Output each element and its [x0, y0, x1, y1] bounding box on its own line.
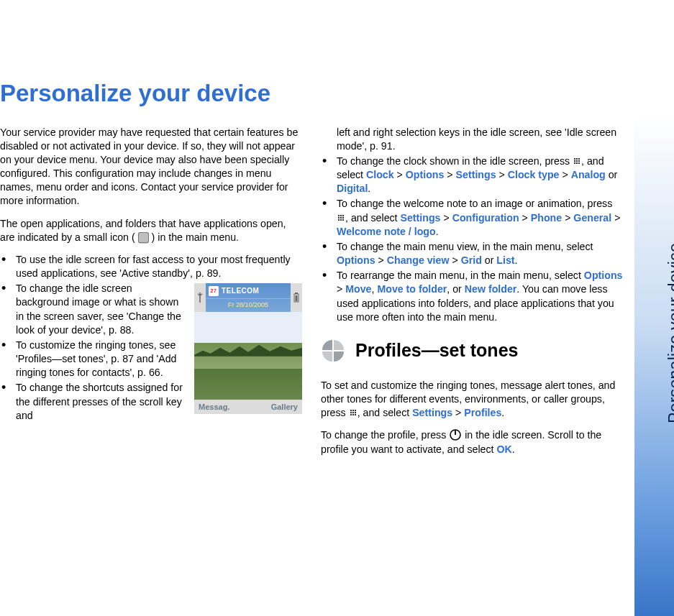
link-profiles: Profiles	[464, 407, 501, 418]
sep: >	[444, 169, 455, 180]
profiles-icon	[321, 339, 345, 363]
list-item: To change the shortcuts assigned for the…	[0, 381, 302, 423]
svg-point-11	[578, 162, 580, 164]
sep: >	[562, 212, 573, 224]
list-item: To change the main menu view, in the mai…	[321, 240, 623, 267]
welcome-pre: To change the welcome note to an image o…	[337, 198, 612, 209]
link-options: Options	[406, 169, 445, 180]
list-item: To rearrange the main menu, in the main …	[321, 269, 623, 324]
bullet-idle-bg: To change the idle screen background ima…	[16, 282, 181, 336]
svg-point-10	[576, 162, 578, 164]
left-column: Your service provider may have requested…	[0, 126, 302, 465]
link-settings: Settings	[412, 407, 452, 418]
sep: >	[611, 212, 620, 224]
svg-point-27	[350, 414, 352, 415]
svg-point-16	[340, 216, 342, 218]
link-move: Move	[345, 283, 371, 295]
sep: >	[337, 283, 345, 295]
link-analog: Analog	[571, 169, 606, 180]
link-settings: Settings	[401, 212, 441, 224]
svg-point-25	[352, 412, 354, 413]
svg-point-28	[352, 414, 354, 415]
link-clock-type: Clock type	[508, 169, 560, 180]
open-apps-paragraph: The open applications, and folders that …	[0, 217, 302, 244]
section-title-profiles: Profiles—set tones	[355, 339, 518, 363]
sep: , or	[447, 283, 464, 295]
intro-paragraph: Your service provider may have requested…	[0, 126, 302, 208]
menu-key-icon	[349, 408, 358, 417]
page-title: Personalize your device	[0, 78, 624, 110]
link-ok: OK	[496, 443, 511, 455]
svg-point-23	[355, 410, 356, 411]
battery-icon	[291, 283, 302, 312]
svg-rect-2	[296, 295, 298, 301]
sep: or	[606, 169, 618, 180]
svg-point-8	[578, 160, 580, 162]
svg-point-21	[350, 410, 352, 411]
change-profile-paragraph: To change the profile, press in the idle…	[321, 428, 623, 456]
side-tab-label: Personalize your device	[664, 243, 674, 423]
svg-point-29	[355, 414, 356, 415]
power-key-icon	[449, 428, 462, 441]
svg-point-3	[574, 158, 575, 160]
svg-point-12	[338, 214, 340, 216]
change-pre: To change the profile, press	[321, 429, 449, 441]
carrier-label: TELECOM	[222, 286, 259, 296]
svg-point-18	[338, 219, 340, 220]
signal-icon	[194, 283, 206, 312]
link-settings: Settings	[456, 169, 496, 180]
svg-point-15	[338, 216, 340, 218]
list-item: To use the idle screen for fast access t…	[0, 253, 302, 280]
continuation-line: left and right selection keys in the idl…	[321, 126, 623, 153]
open-apps-text-b: ) in the main menu.	[152, 231, 239, 243]
list-item: 27 TELECOM Fr 28/10/2005	[0, 282, 302, 337]
link-list: List	[496, 254, 514, 266]
right-column: left and right selection keys in the idl…	[321, 126, 623, 465]
sep: >	[375, 254, 387, 266]
link-grid: Grid	[461, 254, 482, 266]
sep: >	[394, 169, 406, 180]
statusbar-date: Fr 28/10/2005	[206, 298, 291, 311]
svg-point-9	[574, 162, 575, 164]
link-move-to-folder: Move to folder	[377, 283, 447, 295]
svg-point-19	[340, 219, 342, 220]
right-bullet-list: To change the clock shown in the idle sc…	[321, 155, 623, 324]
svg-point-5	[578, 158, 580, 160]
rearr-pre: To rearrange the main menu, in the main …	[337, 270, 584, 281]
link-new-folder: New folder	[465, 283, 517, 295]
svg-point-13	[340, 214, 342, 216]
open-app-icon	[138, 232, 149, 243]
list-item: To change the clock shown in the idle sc…	[321, 155, 623, 196]
welcome-post: , and select	[345, 212, 401, 224]
link-change-view: Change view	[387, 254, 450, 266]
menu-key-icon	[337, 213, 345, 222]
svg-point-24	[350, 412, 352, 413]
view-pre: To change the main menu view, in the mai…	[337, 241, 593, 252]
tones-post: , and select	[358, 407, 413, 418]
link-general: General	[573, 212, 611, 224]
svg-point-14	[342, 214, 344, 216]
link-phone: Phone	[531, 212, 562, 224]
list-item: To customize the ringing tones, see 'Pro…	[0, 339, 302, 380]
sep: >	[559, 169, 570, 180]
link-configuration: Configuration	[452, 212, 519, 224]
sep: >	[440, 212, 452, 224]
list-item: To change the welcome note to an image o…	[321, 197, 623, 239]
sep: >	[519, 212, 531, 224]
svg-point-20	[342, 219, 344, 220]
sep: >	[450, 254, 461, 266]
calendar-icon: 27	[209, 286, 219, 296]
link-digital: Digital	[337, 183, 368, 194]
menu-key-icon	[573, 157, 581, 165]
link-clock: Clock	[366, 169, 394, 180]
profiles-paragraph: To set and customize the ringing tones, …	[321, 379, 623, 420]
svg-point-6	[574, 160, 575, 162]
link-options: Options	[337, 254, 375, 266]
left-bullet-list: To use the idle screen for fast access t…	[0, 253, 302, 423]
sep: >	[452, 407, 464, 418]
link-options: Options	[584, 270, 623, 281]
svg-point-22	[352, 410, 354, 411]
svg-point-26	[355, 412, 356, 413]
link-welcome-note: Welcome note / logo	[337, 226, 436, 237]
svg-point-7	[576, 160, 578, 162]
